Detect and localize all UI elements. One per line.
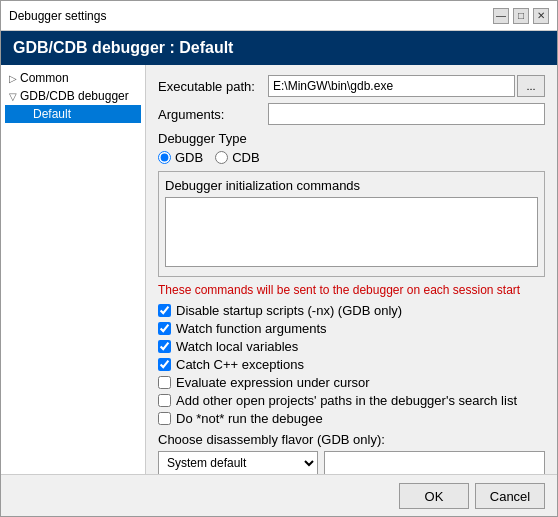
warning-text: These commands will be sent to the debug… <box>158 283 545 297</box>
checkbox-row-4: Evaluate expression under cursor <box>158 375 545 390</box>
sidebar-item-common[interactable]: ▷ Common <box>5 69 141 87</box>
sidebar-item-gdbcdb[interactable]: ▽ GDB/CDB debugger <box>5 87 141 105</box>
checkbox-row-5: Add other open projects' paths in the de… <box>158 393 545 408</box>
disassembly-row: System default <box>158 451 545 474</box>
checkbox-label-1: Watch function arguments <box>176 321 327 336</box>
arguments-row: Arguments: <box>158 103 545 125</box>
sidebar-item-label: GDB/CDB debugger <box>20 89 129 103</box>
sidebar-item-label: Default <box>33 107 71 121</box>
minimize-button[interactable]: — <box>493 8 509 24</box>
checkbox-label-5: Add other open projects' paths in the de… <box>176 393 517 408</box>
init-commands-textarea[interactable] <box>165 197 538 267</box>
browse-button[interactable]: ... <box>517 75 545 97</box>
arguments-label: Arguments: <box>158 107 268 122</box>
checkbox-1[interactable] <box>158 322 171 335</box>
title-bar: Debugger settings — □ ✕ <box>1 1 557 31</box>
init-commands-label: Debugger initialization commands <box>165 178 538 193</box>
checkbox-row-6: Do *not* run the debugee <box>158 411 545 426</box>
tree-expand-icon: ▷ <box>9 73 17 84</box>
maximize-button[interactable]: □ <box>513 8 529 24</box>
radio-gdb[interactable]: GDB <box>158 150 203 165</box>
main-panel: Executable path: ... Arguments: Debugger… <box>146 65 557 474</box>
checkboxes-container: Disable startup scripts (-nx) (GDB only)… <box>158 303 545 426</box>
checkbox-row-0: Disable startup scripts (-nx) (GDB only) <box>158 303 545 318</box>
radio-cdb-input[interactable] <box>215 151 228 164</box>
close-button[interactable]: ✕ <box>533 8 549 24</box>
cancel-button[interactable]: Cancel <box>475 483 545 509</box>
disassembly-label: Choose disassembly flavor (GDB only): <box>158 432 545 447</box>
radio-cdb-label: CDB <box>232 150 259 165</box>
radio-gdb-label: GDB <box>175 150 203 165</box>
disassembly-section: Choose disassembly flavor (GDB only): Sy… <box>158 432 545 474</box>
checkbox-2[interactable] <box>158 340 171 353</box>
content-area: ▷ Common ▽ GDB/CDB debugger Default Exec… <box>1 65 557 474</box>
debugger-type-label: Debugger Type <box>158 131 545 146</box>
checkbox-row-3: Catch C++ exceptions <box>158 357 545 372</box>
executable-input[interactable] <box>268 75 515 97</box>
checkbox-4[interactable] <box>158 376 171 389</box>
title-bar-controls: — □ ✕ <box>493 8 549 24</box>
sidebar: ▷ Common ▽ GDB/CDB debugger Default <box>1 65 146 474</box>
checkbox-label-2: Watch local variables <box>176 339 298 354</box>
window-title: Debugger settings <box>9 9 106 23</box>
footer: OK Cancel <box>1 474 557 516</box>
checkbox-5[interactable] <box>158 394 171 407</box>
checkbox-0[interactable] <box>158 304 171 317</box>
checkbox-row-1: Watch function arguments <box>158 321 545 336</box>
disassembly-select[interactable]: System default <box>158 451 318 474</box>
executable-label: Executable path: <box>158 79 268 94</box>
ok-button[interactable]: OK <box>399 483 469 509</box>
tree-collapse-icon: ▽ <box>9 91 17 102</box>
radio-cdb[interactable]: CDB <box>215 150 259 165</box>
checkbox-6[interactable] <box>158 412 171 425</box>
checkbox-label-4: Evaluate expression under cursor <box>176 375 370 390</box>
checkbox-label-3: Catch C++ exceptions <box>176 357 304 372</box>
arguments-input[interactable] <box>268 103 545 125</box>
disassembly-extra-input[interactable] <box>324 451 545 474</box>
executable-row: Executable path: ... <box>158 75 545 97</box>
checkbox-3[interactable] <box>158 358 171 371</box>
sidebar-item-default[interactable]: Default <box>5 105 141 123</box>
sidebar-item-label: Common <box>20 71 69 85</box>
page-title: GDB/CDB debugger : Default <box>1 31 557 65</box>
init-commands-group: Debugger initialization commands <box>158 171 545 277</box>
checkbox-label-6: Do *not* run the debugee <box>176 411 323 426</box>
radio-gdb-input[interactable] <box>158 151 171 164</box>
debugger-type-group: GDB CDB <box>158 150 545 165</box>
checkbox-label-0: Disable startup scripts (-nx) (GDB only) <box>176 303 402 318</box>
debugger-settings-window: Debugger settings — □ ✕ GDB/CDB debugger… <box>0 0 558 517</box>
checkbox-row-2: Watch local variables <box>158 339 545 354</box>
